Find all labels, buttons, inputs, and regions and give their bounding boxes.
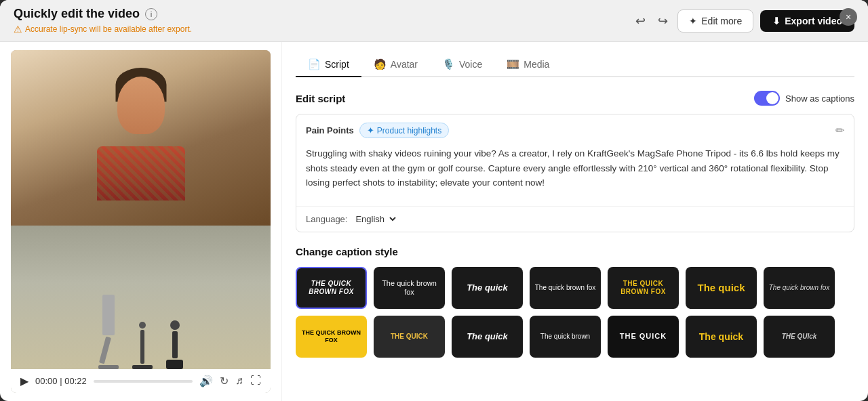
script-section-title: Edit script <box>296 93 345 104</box>
caption-preview-14: THE QUIck <box>779 330 820 343</box>
caption-style-6[interactable]: The quick <box>686 267 757 309</box>
caption-preview-5: THE QUICK BROWN FOX <box>608 277 679 299</box>
modal-header: Quickly edit the video i ⚠ Accurate lip-… <box>0 0 868 42</box>
caption-preview-11: The quick brown <box>538 330 593 343</box>
caption-preview-13: The quick <box>696 329 746 345</box>
caption-preview-7: The quick brown fox <box>766 281 833 295</box>
caption-grid-row1: THE QUICK BROWN FOX The quick brown fox … <box>296 267 854 309</box>
progress-bar[interactable] <box>94 380 193 383</box>
caption-style-14[interactable]: THE QUIck <box>764 316 835 358</box>
current-time: 00:00 | 00:22 <box>35 376 87 386</box>
caption-style-section: Change caption style THE QUICK BROWN FOX… <box>296 246 854 358</box>
close-button[interactable]: × <box>840 8 857 26</box>
show-captions-label: Show as captions <box>785 93 854 104</box>
main-modal: Quickly edit the video i ⚠ Accurate lip-… <box>0 0 868 401</box>
refresh-icon[interactable]: ↻ <box>220 375 229 387</box>
pain-points-tag: Pain Points <box>306 125 354 135</box>
video-frame-top <box>11 50 271 226</box>
caption-style-8[interactable]: THE QUIck BROWN FoX <box>296 316 367 358</box>
edit-more-button[interactable]: ✦ Edit more <box>677 9 753 33</box>
close-icon: × <box>846 12 851 22</box>
undo-icon: ↩ <box>635 14 646 28</box>
caption-preview-8: THE QUIck BROWN FoX <box>296 326 367 347</box>
warning-text: ⚠ Accurate lip-sync will be available af… <box>14 24 192 35</box>
product-highlights-tag[interactable]: ✦ Product highlights <box>359 123 449 138</box>
control-icons: 🔊 ↻ ♬ ⛶ <box>199 375 261 387</box>
caption-style-3[interactable]: The quick <box>452 267 523 309</box>
caption-style-10[interactable]: The quick <box>452 316 523 358</box>
video-container: ▶ 00:00 | 00:22 🔊 ↻ ♬ ⛶ <box>11 50 271 393</box>
show-captions-row: Show as captions <box>754 91 854 106</box>
caption-preview-10: The quick <box>464 329 511 345</box>
video-controls: ▶ 00:00 | 00:22 🔊 ↻ ♬ ⛶ <box>11 369 271 393</box>
header-actions: ↩ ↪ ✦ Edit more ⬇ Export video <box>633 9 854 33</box>
caption-style-4[interactable]: The quick brown fox <box>530 267 601 309</box>
edit-more-icon: ✦ <box>689 16 697 26</box>
tiktok-icon[interactable]: ♬ <box>235 375 243 387</box>
tab-voice-label: Voice <box>459 59 482 70</box>
caption-style-11[interactable]: The quick brown <box>530 316 601 358</box>
warning-icon: ⚠ <box>14 24 22 35</box>
highlights-icon: ✦ <box>367 125 374 135</box>
export-label: Export video <box>785 16 842 26</box>
tripod-area <box>73 281 209 369</box>
caption-preview-9: THE QUIck <box>388 330 431 343</box>
script-tags: Pain Points ✦ Product highlights ✏ <box>296 114 854 138</box>
download-icon: ⬇ <box>772 16 781 26</box>
shirt-pattern <box>97 146 185 200</box>
caption-style-13[interactable]: The quick <box>686 316 757 358</box>
fullscreen-icon[interactable]: ⛶ <box>250 375 261 387</box>
modal-body: ▶ 00:00 | 00:22 🔊 ↻ ♬ ⛶ <box>0 42 868 401</box>
script-tab-icon: 📄 <box>308 58 321 70</box>
caption-preview-12: THE QUICK <box>617 329 670 343</box>
modal-title: Quickly edit the video <box>14 7 140 21</box>
warning-message: Accurate lip-sync will be available afte… <box>25 24 192 34</box>
right-panel: 📄 Script 🧑 Avatar 🎙️ Voice 🎞️ Media <box>281 42 868 401</box>
video-frame-bottom <box>11 226 271 369</box>
caption-preview-3: The quick <box>464 280 511 296</box>
volume-icon[interactable]: 🔊 <box>199 375 213 387</box>
caption-style-5[interactable]: THE QUICK BROWN FOX <box>608 267 679 309</box>
caption-style-2[interactable]: The quick brown fox <box>374 267 445 309</box>
title-row: Quickly edit the video i <box>14 7 192 21</box>
edit-more-label: Edit more <box>701 16 742 26</box>
redo-icon: ↪ <box>658 14 668 28</box>
tab-script-label: Script <box>325 59 349 70</box>
script-footer: Language: English Spanish French <box>296 206 854 232</box>
caption-preview-1: THE QUICK BROWN FOX <box>297 277 366 299</box>
tab-avatar-label: Avatar <box>391 59 418 70</box>
tab-avatar[interactable]: 🧑 Avatar <box>361 53 430 77</box>
video-panel: ▶ 00:00 | 00:22 🔊 ↻ ♬ ⛶ <box>0 42 281 401</box>
script-box: Pain Points ✦ Product highlights ✏ Strug… <box>296 114 854 232</box>
caption-preview-6: The quick <box>694 279 747 297</box>
language-label: Language: <box>306 214 347 224</box>
caption-style-9[interactable]: THE QUIck <box>374 316 445 358</box>
script-header: Edit script Show as captions <box>296 91 854 106</box>
script-content[interactable]: Struggling with shaky videos ruining you… <box>296 138 854 206</box>
caption-preview-4: The quick brown fox <box>532 281 599 295</box>
tabs: 📄 Script 🧑 Avatar 🎙️ Voice 🎞️ Media <box>296 53 854 77</box>
caption-style-1[interactable]: THE QUICK BROWN FOX <box>296 267 367 309</box>
highlights-label: Product highlights <box>377 126 441 135</box>
tab-media-label: Media <box>524 59 549 70</box>
caption-style-12[interactable]: THE QUICK <box>608 316 679 358</box>
tab-script[interactable]: 📄 Script <box>296 53 361 77</box>
media-tab-icon: 🎞️ <box>507 58 519 70</box>
show-captions-toggle[interactable] <box>754 91 780 106</box>
caption-grid-row2: THE QUIck BROWN FoX THE QUIck The quick … <box>296 316 854 358</box>
language-select[interactable]: English Spanish French <box>353 213 398 225</box>
caption-style-7[interactable]: The quick brown fox <box>764 267 835 309</box>
play-button[interactable]: ▶ <box>20 375 28 387</box>
tab-media[interactable]: 🎞️ Media <box>494 53 561 77</box>
script-edit-button[interactable]: ✏ <box>835 124 844 137</box>
redo-button[interactable]: ↪ <box>655 11 671 31</box>
voice-tab-icon: 🎙️ <box>442 58 455 70</box>
caption-section-title: Change caption style <box>296 246 854 257</box>
tab-voice[interactable]: 🎙️ Voice <box>430 53 494 77</box>
avatar-tab-icon: 🧑 <box>374 58 387 70</box>
script-section: Edit script Show as captions Pain Points… <box>296 91 854 232</box>
person-head <box>117 77 165 134</box>
undo-button[interactable]: ↩ <box>633 11 648 31</box>
info-icon[interactable]: i <box>145 8 157 20</box>
caption-preview-2: The quick brown fox <box>374 276 445 299</box>
